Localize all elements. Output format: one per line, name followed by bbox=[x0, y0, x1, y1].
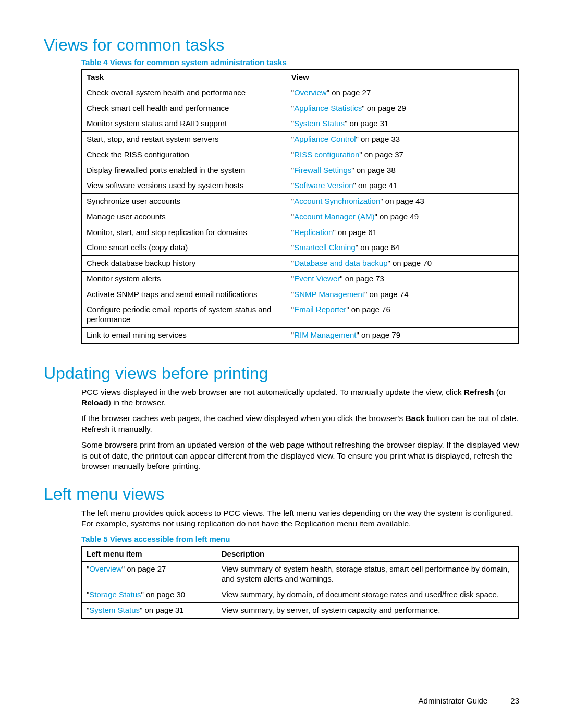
task-cell: Monitor, start, and stop replication for… bbox=[82, 225, 287, 240]
task-cell: Start, stop, and restart system servers bbox=[82, 132, 287, 147]
view-cell: "RIM Management" on page 79 bbox=[287, 327, 519, 343]
view-link[interactable]: RISS configuration bbox=[294, 150, 359, 159]
view-cell: "Event Viewer" on page 73 bbox=[287, 271, 519, 287]
table-5-caption: Table 5 Views accessible from left menu bbox=[81, 535, 519, 544]
task-cell: Manage user accounts bbox=[82, 209, 287, 225]
table-row: Monitor system status and RAID support"S… bbox=[82, 116, 519, 132]
table-row: Check database backup history"Database a… bbox=[82, 256, 519, 272]
view-cell: "Account Manager (AM)" on page 49 bbox=[287, 209, 519, 225]
view-cell: "Software Version" on page 41 bbox=[287, 178, 519, 194]
view-link[interactable]: Overview bbox=[294, 88, 327, 97]
task-cell: Display firewalled ports enabled in the … bbox=[82, 163, 287, 178]
left-menu-link[interactable]: System Status bbox=[89, 606, 140, 614]
heading-updating-views: Updating views before printing bbox=[44, 364, 519, 383]
view-cell: "Firewall Settings" on page 38 bbox=[287, 163, 519, 178]
table-row: Synchronize user accounts"Account Synchr… bbox=[82, 194, 519, 209]
view-cell: "Account Synchronization" on page 43 bbox=[287, 194, 519, 209]
table-row: Check smart cell health and performance"… bbox=[82, 101, 519, 116]
view-link[interactable]: System Status bbox=[294, 119, 345, 128]
table-4-caption: Table 4 Views for common system administ… bbox=[81, 58, 519, 67]
task-cell: Check database backup history bbox=[82, 256, 287, 272]
task-cell: View software versions used by system ho… bbox=[82, 178, 287, 194]
task-cell: Monitor system alerts bbox=[82, 271, 287, 287]
task-cell: Check smart cell health and performance bbox=[82, 101, 287, 116]
heading-left-menu-views: Left menu views bbox=[44, 485, 519, 504]
footer-label: Administrator Guide bbox=[419, 696, 488, 705]
table-5: Left menu item Description "Overview" on… bbox=[81, 546, 519, 619]
left-menu-intro: The left menu provides quick access to P… bbox=[81, 508, 519, 529]
table-row: Check the RISS configuration"RISS config… bbox=[82, 147, 519, 163]
view-cell: "Replication" on page 61 bbox=[287, 225, 519, 240]
view-cell: "System Status" on page 31 bbox=[287, 116, 519, 132]
table-4: Task View Check overall system health an… bbox=[81, 69, 519, 344]
p2-text: If the browser caches web pages, the cac… bbox=[81, 414, 406, 423]
table-row: Display firewalled ports enabled in the … bbox=[82, 163, 519, 178]
left-menu-link[interactable]: Storage Status bbox=[89, 590, 141, 599]
left-menu-item-cell: "Storage Status" on page 30 bbox=[82, 587, 217, 602]
view-link[interactable]: Firewall Settings bbox=[294, 166, 351, 175]
table-5-header-item: Left menu item bbox=[82, 546, 217, 562]
view-link[interactable]: Account Synchronization bbox=[294, 196, 380, 205]
table-row: Start, stop, and restart system servers"… bbox=[82, 132, 519, 147]
task-cell: Link to email mining services bbox=[82, 327, 287, 343]
left-menu-item-cell: "System Status" on page 31 bbox=[82, 602, 217, 618]
view-link[interactable]: Replication bbox=[294, 228, 333, 237]
view-link[interactable]: RIM Management bbox=[294, 330, 356, 339]
task-cell: Check the RISS configuration bbox=[82, 147, 287, 163]
p3-text: Some browsers print from an updated vers… bbox=[81, 440, 519, 472]
updating-views-body: PCC views displayed in the web browser a… bbox=[81, 387, 519, 472]
view-link[interactable]: Appliance Control bbox=[294, 134, 356, 143]
view-cell: "Smartcell Cloning" on page 64 bbox=[287, 240, 519, 256]
table-row: Clone smart cells (copy data)"Smartcell … bbox=[82, 240, 519, 256]
view-link[interactable]: SNMP Management bbox=[294, 290, 364, 299]
p1-refresh: Refresh bbox=[464, 388, 494, 397]
table-4-header-view: View bbox=[287, 69, 519, 85]
task-cell: Clone smart cells (copy data) bbox=[82, 240, 287, 256]
view-cell: "Email Reporter" on page 76 bbox=[287, 302, 519, 328]
view-cell: "Database and data backup" on page 70 bbox=[287, 256, 519, 272]
footer-page-number: 23 bbox=[510, 696, 519, 705]
task-cell: Monitor system status and RAID support bbox=[82, 116, 287, 132]
table-5-header-desc: Description bbox=[217, 546, 519, 562]
p2-back: Back bbox=[406, 414, 425, 423]
left-menu-item-cell: "Overview" on page 27 bbox=[82, 562, 217, 587]
task-cell: Check overall system health and performa… bbox=[82, 85, 287, 101]
table-row: "Storage Status" on page 30View summary,… bbox=[82, 587, 519, 602]
table-row: "Overview" on page 27View summary of sys… bbox=[82, 562, 519, 587]
page-footer: Administrator Guide 23 bbox=[419, 696, 519, 705]
view-link[interactable]: Smartcell Cloning bbox=[294, 243, 356, 252]
table-row: View software versions used by system ho… bbox=[82, 178, 519, 194]
view-link[interactable]: Appliance Statistics bbox=[294, 104, 362, 113]
table-row: Activate SNMP traps and send email notif… bbox=[82, 287, 519, 302]
view-cell: "SNMP Management" on page 74 bbox=[287, 287, 519, 302]
table-row: Manage user accounts"Account Manager (AM… bbox=[82, 209, 519, 225]
heading-views-for-common-tasks: Views for common tasks bbox=[44, 35, 519, 55]
view-link[interactable]: Event Viewer bbox=[294, 274, 340, 283]
view-cell: "Appliance Statistics" on page 29 bbox=[287, 101, 519, 116]
p1-reload: Reload bbox=[81, 398, 108, 407]
table-row: Configure periodic email reports of syst… bbox=[82, 302, 519, 328]
description-cell: View summary, by domain, of document sto… bbox=[217, 587, 519, 602]
task-cell: Synchronize user accounts bbox=[82, 194, 287, 209]
view-link[interactable]: Account Manager (AM) bbox=[294, 212, 374, 221]
view-cell: "RISS configuration" on page 37 bbox=[287, 147, 519, 163]
description-cell: View summary, by server, of system capac… bbox=[217, 602, 519, 618]
table-row: Monitor, start, and stop replication for… bbox=[82, 225, 519, 240]
view-link[interactable]: Software Version bbox=[294, 181, 353, 190]
task-cell: Activate SNMP traps and send email notif… bbox=[82, 287, 287, 302]
table-4-header-task: Task bbox=[82, 69, 287, 85]
view-cell: "Appliance Control" on page 33 bbox=[287, 132, 519, 147]
description-cell: View summary of system health, storage s… bbox=[217, 562, 519, 587]
table-row: Monitor system alerts"Event Viewer" on p… bbox=[82, 271, 519, 287]
view-link[interactable]: Database and data backup bbox=[294, 258, 387, 267]
view-cell: "Overview" on page 27 bbox=[287, 85, 519, 101]
table-row: Link to email mining services"RIM Manage… bbox=[82, 327, 519, 343]
table-row: "System Status" on page 31View summary, … bbox=[82, 602, 519, 618]
p1-text: PCC views displayed in the web browser a… bbox=[81, 388, 464, 397]
table-row: Check overall system health and performa… bbox=[82, 85, 519, 101]
view-link[interactable]: Email Reporter bbox=[294, 305, 346, 314]
left-menu-link[interactable]: Overview bbox=[89, 564, 122, 573]
task-cell: Configure periodic email reports of syst… bbox=[82, 302, 287, 328]
